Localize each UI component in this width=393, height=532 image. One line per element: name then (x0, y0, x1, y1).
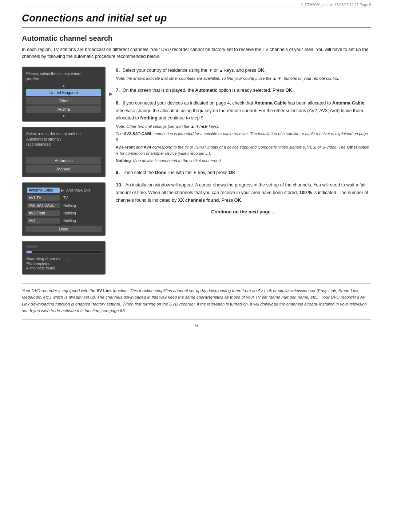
screen2-text: Select a recorder set up method.Automati… (26, 131, 101, 147)
screen3-arrow: ▶ (61, 188, 64, 192)
screen3-av4-value: Nothing (63, 219, 76, 223)
screen2-automatic[interactable]: Automatic (26, 157, 101, 164)
screen4-searching: Searching channels . . . (26, 256, 101, 261)
screen3-av1-value: TV (63, 196, 68, 200)
step-6-note: Note: the arrows indicate that other cou… (116, 75, 371, 82)
screen3-av2-name[interactable]: AV2-SAT-CABL (27, 203, 60, 208)
right-column: 6. Select your country of residence usin… (116, 67, 371, 280)
step-10-number: 10. (116, 182, 123, 188)
step-6-number: 6. (116, 67, 120, 73)
screen1-arrow-up: ▲ (26, 84, 101, 88)
screen3-row-av4: AV4 Nothing (25, 217, 102, 224)
bottom-rule (22, 283, 371, 284)
step-9-text: Then select the Done line with the ▼ key… (123, 170, 237, 175)
intro-text: In each region, TV stations are broadcas… (22, 46, 371, 60)
screen1-arrow-down: ▼ (26, 114, 101, 118)
step-10-text: An installation window will appear. A cu… (116, 182, 368, 202)
step-8-note4: Nothing: If no device is connected to th… (116, 158, 371, 164)
page-number: 6 (22, 323, 371, 328)
step-8-text: If you connected your devices as indicat… (116, 101, 366, 121)
screen1-prompt: Please, select the country whereyou live… (26, 71, 101, 82)
step6-arrow-up: ▲ (219, 68, 223, 72)
continue-line: Continue on the next page ... (116, 209, 371, 214)
screen3: Antenna-Cable ▶ Antenna-Cable AV1-TV TV … (22, 182, 106, 236)
main-content: Please, select the country whereyou live… (22, 67, 371, 280)
step-8-note1: Note: Other terminal settings (set with … (116, 123, 371, 130)
file-info: 2_DTH8060_en.qxd 17/08/05 12:21 Page 6 (22, 0, 371, 7)
screen4: Searching channels . . . 7% completed 4 … (22, 241, 106, 275)
screen3-done[interactable]: Done (25, 226, 102, 232)
screen2-manual[interactable]: Manual (26, 165, 101, 173)
screen4-progress-fill (27, 251, 32, 253)
step-7-text: On the screen that is displayed, the Aut… (123, 88, 294, 93)
screen3-av4-name[interactable]: AV4 (27, 218, 60, 224)
screen3-av3-value: Nothing (63, 211, 76, 215)
step-7-number: 7. (116, 87, 120, 93)
screen2: Select a recorder set up method.Automati… (22, 127, 106, 177)
screen4-progress-bar (26, 251, 101, 253)
screen1-pointer: —▶ (104, 91, 113, 96)
screen1-item-austria[interactable]: Austria (26, 106, 101, 113)
step-8: 8. If you connected your devices as indi… (116, 99, 371, 164)
screen3-row-av2: AV2-SAT-CABL Nothing (25, 202, 102, 209)
bottom-rule2 (22, 319, 371, 320)
top-rule (22, 8, 371, 8)
screen3-av2-value: Nothing (63, 204, 76, 208)
screen3-row-av3: AV3-Front Nothing (25, 210, 102, 217)
screen1: Please, select the country whereyou live… (22, 67, 106, 122)
screen1-wrapper: Please, select the country whereyou live… (22, 67, 106, 122)
screen3-av3-name[interactable]: AV3-Front (27, 210, 60, 216)
section-title: Automatic channel search (22, 34, 371, 43)
screen3-antenna-value: Antenna-Cable (66, 188, 91, 192)
step-9: 9. Then select the Done line with the ▼ … (116, 169, 371, 177)
screen4-completed: 7% completed (26, 261, 101, 266)
page-title: Connections and initial set up (22, 12, 371, 28)
step-6-text: Select your country of residence using t… (123, 68, 266, 73)
screen1-item-uk[interactable]: United Kingdom (26, 89, 101, 96)
screen3-av1-name[interactable]: AV1-TV (27, 195, 60, 201)
left-column: Please, select the country whereyou live… (22, 67, 106, 280)
step-9-number: 9. (116, 170, 120, 175)
screen4-found: 4 channels found (26, 266, 101, 270)
step-8-note2: The AV2-SAT-CABL connection is intended … (116, 131, 371, 143)
step-8-note3: AV3-Front and AV4 correspond to the IN o… (116, 144, 371, 156)
footer-text: Your DVD recorder is equipped with the A… (22, 287, 371, 314)
step-7: 7. On the screen that is displayed, the … (116, 87, 371, 94)
screen1-item-other[interactable]: Other (26, 97, 101, 105)
screen3-row-av1: AV1-TV TV (25, 194, 102, 201)
step-8-number: 8. (116, 100, 120, 106)
screen3-antenna-name[interactable]: Antenna-Cable (27, 188, 60, 193)
step6-arrow-down: ▼ (209, 68, 213, 72)
screen4-icon (26, 245, 37, 248)
screen3-row-antenna: Antenna-Cable ▶ Antenna-Cable (25, 187, 102, 194)
step-10: 10. An installation window will appear. … (116, 181, 371, 204)
step-6: 6. Select your country of residence usin… (116, 67, 371, 82)
